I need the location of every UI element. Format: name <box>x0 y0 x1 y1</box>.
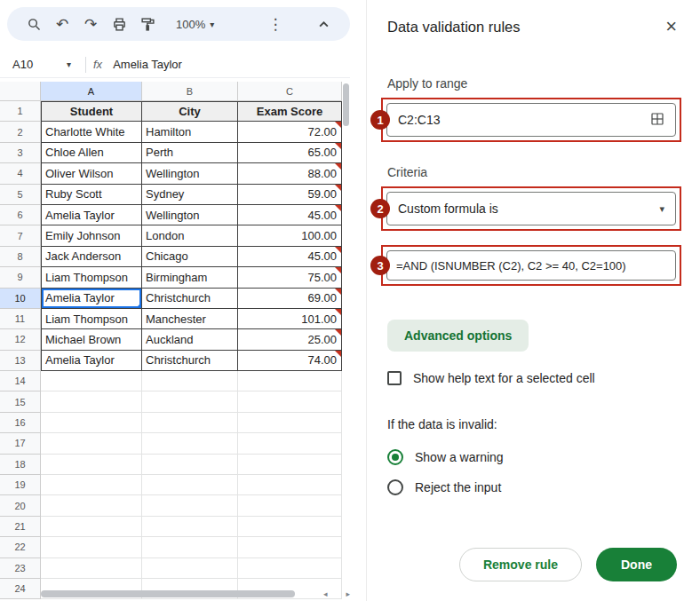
column-header-A[interactable]: A <box>41 82 142 101</box>
cell-A1[interactable]: Student <box>41 101 142 122</box>
cell-B12[interactable]: Auckland <box>142 329 238 350</box>
cell-B16[interactable] <box>142 413 238 433</box>
cell-C17[interactable] <box>238 433 342 454</box>
cell-A12[interactable]: Michael Brown <box>41 329 142 350</box>
more-options-icon[interactable]: ⋮ <box>263 12 288 36</box>
close-icon[interactable]: × <box>665 17 677 36</box>
scroll-left-icon[interactable]: ◂ <box>323 589 328 598</box>
reject-input-radio[interactable] <box>387 479 403 495</box>
redo-icon[interactable]: ↷ <box>78 12 103 36</box>
cell-A22[interactable] <box>41 537 142 558</box>
cell-B23[interactable] <box>142 558 238 579</box>
horizontal-scrollbar-thumb[interactable] <box>41 590 295 597</box>
cell-C21[interactable] <box>238 517 342 537</box>
row-header-5[interactable]: 5 <box>0 185 41 205</box>
undo-icon[interactable]: ↶ <box>50 12 75 36</box>
row-header-22[interactable]: 22 <box>0 537 41 558</box>
cell-A19[interactable] <box>41 475 142 495</box>
row-header-4[interactable]: 4 <box>0 163 41 184</box>
cell-C13[interactable]: 74.00 <box>238 351 342 371</box>
cell-C1[interactable]: Exam Score <box>238 101 342 122</box>
cell-C14[interactable] <box>238 371 342 391</box>
row-header-18[interactable]: 18 <box>0 455 41 475</box>
cell-C9[interactable]: 75.00 <box>238 267 342 288</box>
cell-A9[interactable]: Liam Thompson <box>41 267 142 288</box>
cell-C4[interactable]: 88.00 <box>238 163 342 184</box>
cell-A2[interactable]: Charlotte White <box>41 122 142 142</box>
horizontal-scrollbar[interactable] <box>2 590 322 598</box>
cell-B11[interactable]: Manchester <box>142 309 238 329</box>
cell-A4[interactable]: Oliver Wilson <box>41 163 142 184</box>
custom-formula-input[interactable]: =AND (ISNUMBER (C2), C2 >= 40, C2=100) <box>386 250 676 281</box>
cell-A21[interactable] <box>41 517 142 537</box>
name-box[interactable]: A10 ▾ <box>0 58 78 71</box>
grid-corner[interactable] <box>0 82 41 101</box>
cell-A10[interactable]: Amelia Taylor <box>41 289 142 309</box>
row-header-8[interactable]: 8 <box>0 247 41 267</box>
cell-C12[interactable]: 25.00 <box>238 329 342 350</box>
remove-rule-button[interactable]: Remove rule <box>459 548 582 581</box>
row-header-3[interactable]: 3 <box>0 143 41 163</box>
cell-B18[interactable] <box>142 455 238 475</box>
row-header-12[interactable]: 12 <box>0 329 41 350</box>
vertical-scrollbar[interactable] <box>343 83 349 126</box>
cell-B7[interactable]: London <box>142 225 238 246</box>
row-header-6[interactable]: 6 <box>0 205 41 225</box>
select-range-icon[interactable] <box>650 112 664 129</box>
cell-C8[interactable]: 45.00 <box>238 247 342 267</box>
help-text-checkbox[interactable] <box>387 371 402 385</box>
cell-C7[interactable]: 100.00 <box>238 225 342 246</box>
row-header-9[interactable]: 9 <box>0 267 41 288</box>
cell-B6[interactable]: Wellington <box>142 205 238 225</box>
cell-A17[interactable] <box>41 433 142 454</box>
cell-C6[interactable]: 45.00 <box>238 205 342 225</box>
cell-A7[interactable]: Emily Johnson <box>41 225 142 246</box>
cell-A8[interactable]: Jack Anderson <box>41 247 142 267</box>
column-header-C[interactable]: C <box>238 82 342 101</box>
row-header-20[interactable]: 20 <box>0 495 41 516</box>
scroll-right-icon[interactable]: ▸ <box>346 589 350 598</box>
done-button[interactable]: Done <box>596 548 677 581</box>
cell-A15[interactable] <box>41 391 142 412</box>
row-header-15[interactable]: 15 <box>0 391 41 412</box>
range-input[interactable]: C2:C13 <box>386 103 676 137</box>
cell-A13[interactable]: Amelia Taylor <box>41 351 142 371</box>
cell-A3[interactable]: Chloe Allen <box>41 143 142 163</box>
cell-B15[interactable] <box>142 391 238 412</box>
cell-A11[interactable]: Liam Thompson <box>41 309 142 329</box>
collapse-toolbar-icon[interactable] <box>311 12 336 36</box>
criteria-dropdown[interactable]: Custom formula is ▾ <box>386 192 676 225</box>
cell-B3[interactable]: Perth <box>142 143 238 163</box>
search-icon[interactable] <box>21 12 46 36</box>
column-header-B[interactable]: B <box>142 82 238 101</box>
cell-C20[interactable] <box>238 495 342 516</box>
row-header-7[interactable]: 7 <box>0 225 41 246</box>
cell-B19[interactable] <box>142 475 238 495</box>
cell-B1[interactable]: City <box>142 101 238 122</box>
cell-B5[interactable]: Sydney <box>142 185 238 205</box>
cell-C22[interactable] <box>238 537 342 558</box>
cell-C2[interactable]: 72.00 <box>238 122 342 142</box>
cell-C18[interactable] <box>238 455 342 475</box>
print-icon[interactable] <box>107 12 131 36</box>
row-header-14[interactable]: 14 <box>0 371 41 391</box>
cell-C16[interactable] <box>238 413 342 433</box>
cell-B8[interactable]: Chicago <box>142 247 238 267</box>
row-header-19[interactable]: 19 <box>0 475 41 495</box>
cell-A14[interactable] <box>41 371 142 391</box>
row-header-16[interactable]: 16 <box>0 413 41 433</box>
cell-C10[interactable]: 69.00 <box>238 289 342 309</box>
paint-format-icon[interactable] <box>135 12 160 36</box>
cell-B20[interactable] <box>142 495 238 516</box>
cell-C11[interactable]: 101.00 <box>238 309 342 329</box>
row-header-1[interactable]: 1 <box>0 101 41 122</box>
cell-A5[interactable]: Ruby Scott <box>41 185 142 205</box>
cell-B21[interactable] <box>142 517 238 537</box>
cell-C5[interactable]: 59.00 <box>238 185 342 205</box>
cell-B17[interactable] <box>142 433 238 454</box>
cell-A23[interactable] <box>41 558 142 579</box>
row-header-11[interactable]: 11 <box>0 309 41 329</box>
row-header-13[interactable]: 13 <box>0 351 41 371</box>
formula-bar-value[interactable]: Amelia Taylor <box>113 58 182 71</box>
cell-A6[interactable]: Amelia Taylor <box>41 205 142 225</box>
